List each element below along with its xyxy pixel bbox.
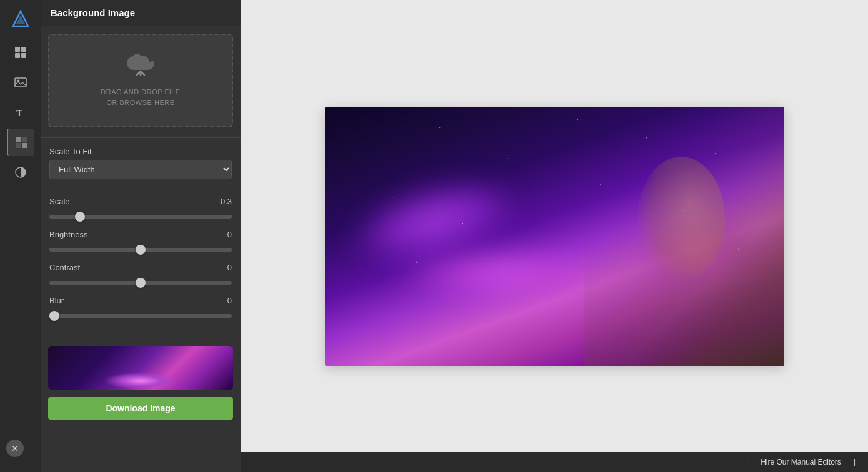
brightness-label: Brightness — [49, 230, 87, 239]
sidebar-item-image[interactable] — [7, 69, 34, 96]
side-panel: Background Image DRAG AND DROP FILE OR B… — [41, 0, 241, 472]
sidebar-item-contrast[interactable] — [7, 159, 34, 186]
close-button[interactable]: ✕ — [6, 440, 24, 457]
brightness-slider[interactable] — [49, 248, 232, 252]
icon-bar: T ✕ — [0, 0, 41, 472]
upload-icon — [126, 54, 156, 82]
svg-rect-3 — [21, 47, 26, 52]
scale-control: Scale 0.3 — [49, 197, 232, 221]
contrast-slider[interactable] — [49, 281, 232, 285]
contrast-value: 0 — [227, 263, 232, 272]
blur-slider[interactable] — [49, 314, 232, 318]
svg-rect-9 — [16, 137, 21, 142]
face-highlight — [637, 157, 725, 282]
sidebar-item-pattern[interactable] — [7, 129, 34, 156]
scale-slider[interactable] — [49, 215, 232, 219]
svg-rect-11 — [16, 143, 21, 148]
svg-rect-6 — [15, 78, 26, 87]
contrast-label: Contrast — [49, 263, 80, 272]
panel-header: Background Image — [41, 0, 241, 26]
scale-to-fit-control: Scale To Fit Full Width Full Height Fit … — [49, 147, 232, 188]
svg-rect-10 — [22, 137, 27, 142]
brightness-value: 0 — [227, 230, 232, 239]
brightness-control: Brightness 0 — [49, 230, 232, 254]
upload-area[interactable]: DRAG AND DROP FILE OR BROWSE HERE — [48, 34, 233, 127]
divider-2 — [41, 338, 241, 338]
scale-to-fit-label: Scale To Fit — [49, 147, 232, 156]
image-background — [325, 107, 784, 366]
contrast-control: Contrast 0 — [49, 263, 232, 287]
thumbnail-image — [48, 346, 233, 390]
svg-rect-4 — [15, 53, 20, 58]
bottom-bar: | Hire Our Manual Editors | — [241, 452, 868, 472]
svg-rect-5 — [21, 53, 26, 58]
thumbnail-preview — [48, 346, 233, 390]
svg-rect-2 — [15, 47, 20, 52]
app-logo[interactable] — [8, 6, 33, 31]
scale-label: Scale — [49, 197, 70, 206]
divider-1 — [41, 137, 241, 138]
bottom-bar-divider-2: | — [854, 458, 856, 466]
main-content: | Hire Our Manual Editors | — [241, 0, 868, 472]
svg-text:T: T — [16, 108, 22, 118]
thumbnail-glow — [104, 372, 177, 390]
main-image — [325, 107, 784, 366]
scale-value: 0.3 — [221, 197, 232, 206]
scale-to-fit-select[interactable]: Full Width Full Height Fit Crop — [49, 160, 232, 179]
blur-control: Blur 0 — [49, 296, 232, 320]
controls-section: Scale To Fit Full Width Full Height Fit … — [41, 140, 241, 335]
blur-label: Blur — [49, 296, 64, 305]
hire-editors-link[interactable]: Hire Our Manual Editors — [761, 458, 841, 466]
svg-rect-12 — [22, 143, 27, 148]
upload-text: DRAG AND DROP FILE OR BROWSE HERE — [101, 87, 180, 107]
bottom-bar-divider: | — [746, 458, 748, 466]
sidebar-item-grid[interactable] — [7, 39, 34, 66]
sidebar-item-text[interactable]: T — [7, 99, 34, 126]
blur-value: 0 — [227, 296, 232, 305]
download-button[interactable]: Download Image — [48, 397, 233, 420]
